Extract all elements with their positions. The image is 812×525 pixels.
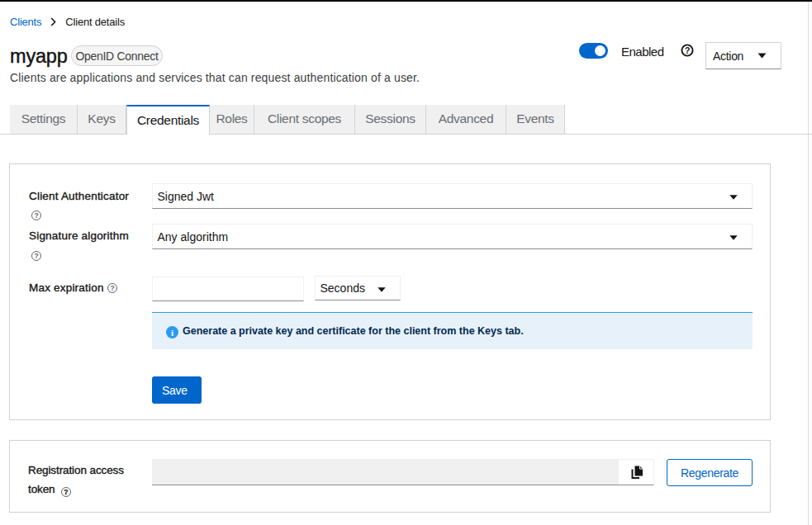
- svg-text:?: ?: [685, 45, 691, 55]
